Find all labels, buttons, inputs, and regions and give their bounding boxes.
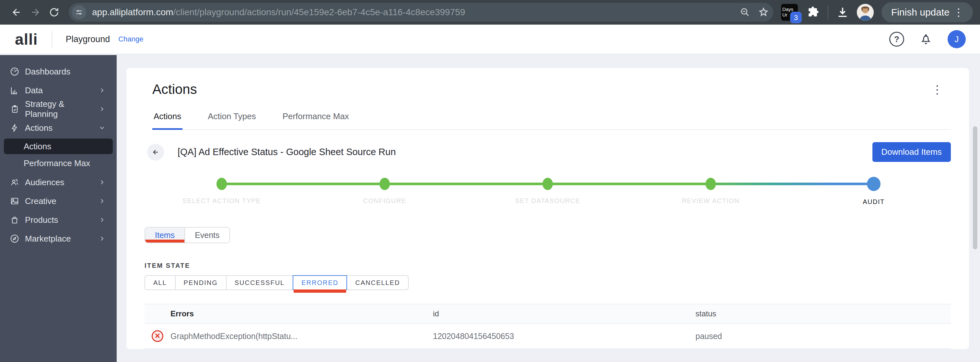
tab-items[interactable]: Items (145, 228, 185, 243)
errors-table: Errors id status ✕ GraphMethodException(… (145, 304, 951, 349)
extensions-puzzle-icon[interactable] (806, 5, 820, 19)
filter-errored[interactable]: ERRORED (293, 275, 347, 290)
sidebar-item-marketplace[interactable]: Marketplace (0, 229, 117, 248)
sidebar-item-products[interactable]: Products (0, 210, 117, 229)
table-row[interactable]: ✕ GraphMethodException(httpStatu... 1202… (145, 324, 951, 349)
site-controls-icon (75, 8, 83, 16)
main-content: Actions ⋮ Actions Action Types Performan… (117, 55, 980, 362)
sidebar-item-label: Marketplace (25, 234, 71, 244)
browser-back-button[interactable] (7, 3, 26, 22)
item-state-label: ITEM STATE (145, 262, 951, 269)
tab-actions[interactable]: Actions (152, 111, 183, 129)
item-state-filters: ALL PENDING SUCCESSFUL ERRORED CANCELLED (145, 275, 409, 290)
sidebar-item-label: Actions (25, 123, 52, 133)
back-arrow-icon (151, 148, 160, 157)
chrome-menu-kebab-icon[interactable]: ⋮ (950, 6, 968, 19)
column-header-errors: Errors (145, 309, 433, 318)
url-bar[interactable]: app.alliplatform.com/client/playground/a… (69, 3, 773, 22)
run-stepper: SELECT ACTION TYPE CONFIGURE SET DATASOU… (145, 178, 951, 206)
bar-chart-icon (10, 86, 19, 95)
column-header-id: id (433, 309, 695, 318)
people-icon (10, 178, 19, 187)
error-circle-x-icon: ✕ (152, 330, 163, 342)
forward-arrow-icon (30, 7, 41, 18)
tab-events[interactable]: Events (185, 228, 229, 243)
sidebar-item-label: Products (25, 215, 58, 225)
step-dot-current (867, 177, 880, 191)
notifications-bell-icon[interactable] (919, 32, 933, 46)
sidebar-subitem-performance-max[interactable]: Performance Max (0, 156, 117, 171)
gauge-icon (10, 67, 19, 76)
sidebar-subitem-actions[interactable]: Actions (4, 138, 113, 154)
browser-profile-avatar[interactable] (857, 4, 874, 21)
sidebar-item-strategy-planning[interactable]: Strategy & Planning (0, 100, 117, 119)
table-header: Errors id status (145, 304, 951, 324)
step-label: AUDIT (863, 198, 885, 206)
back-button[interactable] (147, 144, 164, 160)
clipboard-icon (10, 104, 19, 114)
step-dot-complete (380, 178, 390, 190)
filter-cancelled[interactable]: CANCELLED (347, 275, 409, 290)
step-dot-complete (542, 178, 553, 190)
profile-photo-icon (857, 4, 874, 21)
browser-reload-button[interactable] (45, 3, 64, 22)
chevron-right-icon (99, 179, 106, 186)
url-text: app.alliplatform.com/client/playground/a… (92, 7, 734, 17)
items-events-tabs: Items Events (145, 227, 230, 243)
step-label: SELECT ACTION TYPE (183, 197, 261, 205)
browser-forward-button[interactable] (26, 3, 45, 22)
toolbar-divider (828, 5, 828, 19)
bookmark-star-icon[interactable] (758, 6, 769, 18)
chevron-right-icon (99, 216, 106, 224)
card-menu-kebab-icon[interactable]: ⋮ (924, 82, 951, 98)
download-items-button[interactable]: Download Items (872, 142, 951, 162)
app-header: alli Playground Change ? J (0, 25, 980, 54)
sidebar: Dashboards Data Strategy & Planning Acti… (0, 55, 117, 362)
actions-card: Actions ⋮ Actions Action Types Performan… (126, 68, 969, 349)
url-path: /client/playground/actions/run/45e159e2-… (173, 7, 465, 17)
finish-update-label: Finish update (891, 7, 950, 18)
step-dot-complete (705, 178, 716, 190)
sidebar-item-label: Dashboards (25, 67, 70, 77)
chevron-down-icon (99, 124, 106, 132)
sidebar-item-creative[interactable]: Creative (0, 192, 117, 210)
downloads-icon[interactable] (836, 6, 849, 19)
help-icon[interactable]: ? (889, 32, 904, 47)
image-icon (10, 196, 19, 206)
bag-icon (10, 215, 19, 225)
filter-successful[interactable]: SUCCESSFUL (226, 275, 293, 290)
tab-action-types[interactable]: Action Types (207, 111, 257, 129)
sidebar-item-data[interactable]: Data (0, 81, 117, 100)
zoom-out-icon[interactable] (740, 7, 751, 18)
extension-label-line1: Days (782, 6, 797, 12)
sidebar-item-label: Data (25, 86, 43, 95)
workspace-name: Playground (66, 34, 110, 44)
sidebar-item-label: Strategy & Planning (25, 99, 99, 119)
page-scrollbar[interactable] (973, 126, 977, 249)
chevron-right-icon (99, 197, 106, 205)
sidebar-item-label: Creative (25, 196, 56, 206)
tab-performance-max[interactable]: Performance Max (281, 111, 350, 129)
sidebar-item-label: Audiences (25, 178, 64, 187)
column-header-status: status (695, 309, 951, 318)
sidebar-item-actions[interactable]: Actions (0, 119, 117, 137)
user-avatar[interactable]: J (948, 30, 966, 48)
filter-pending[interactable]: PENDING (175, 275, 226, 290)
filter-all[interactable]: ALL (145, 275, 176, 290)
back-arrow-icon (11, 7, 22, 18)
run-title: [QA] Ad Effective Status - Google Sheet … (178, 147, 396, 157)
id-cell: 120204804156450653 (433, 332, 695, 341)
step-label: CONFIGURE (363, 197, 406, 205)
main-tabs: Actions Action Types Performance Max (152, 111, 951, 130)
site-settings-button[interactable] (72, 5, 86, 19)
alli-logo[interactable]: alli (15, 30, 38, 48)
extension-badge: 3 (790, 12, 802, 23)
chevron-right-icon (99, 235, 106, 242)
step-label: REVIEW ACTION (682, 197, 740, 205)
lightning-icon (10, 123, 19, 133)
days-until-extension-button[interactable]: Days Ur 3 (781, 4, 798, 21)
change-workspace-link[interactable]: Change (118, 35, 143, 43)
sidebar-item-dashboards[interactable]: Dashboards (0, 62, 117, 81)
sidebar-item-audiences[interactable]: Audiences (0, 173, 117, 192)
finish-update-button[interactable]: Finish update ⋮ (881, 2, 973, 22)
